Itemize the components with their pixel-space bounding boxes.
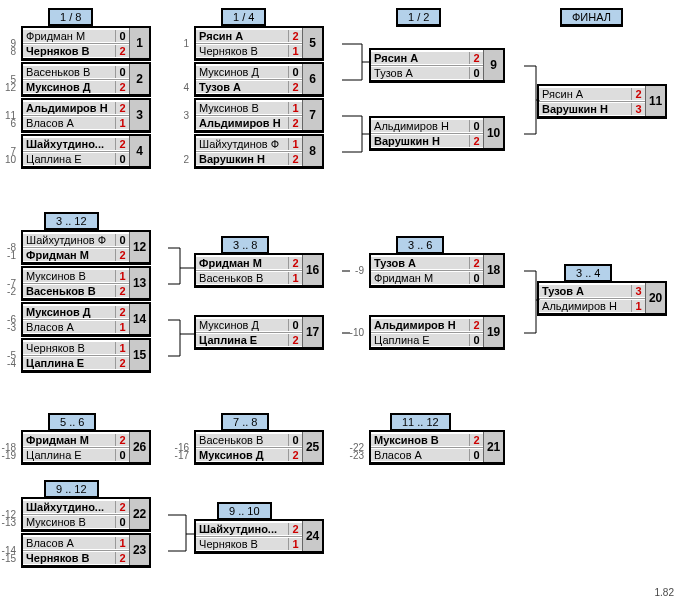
player-score: 0 xyxy=(115,66,129,78)
player-name: Власов А xyxy=(23,537,115,549)
match-number: 2 xyxy=(129,64,149,94)
player-name: Шайхутдинов Ф xyxy=(196,138,288,150)
seed: -10 xyxy=(348,327,366,338)
match-number: 21 xyxy=(483,432,503,462)
player-score: 1 xyxy=(115,537,129,549)
player-score: 0 xyxy=(469,449,483,461)
match-23: -14 Власов А1 Черняков В2 23 -15 xyxy=(0,533,151,581)
player-score: 2 xyxy=(631,88,645,100)
player-score: 0 xyxy=(469,272,483,284)
player-name: Тузов А xyxy=(196,81,288,93)
player-name: Васеньков В xyxy=(23,66,115,78)
player-name: Фридман М xyxy=(196,257,288,269)
player-name: Варушкин Н xyxy=(196,153,288,165)
match-15: -5 Черняков В1 Цаплина Е2 15 -4 xyxy=(0,338,151,386)
player-name: Васеньков В xyxy=(23,285,115,297)
player-score: 0 xyxy=(115,234,129,246)
player-score: 2 xyxy=(115,45,129,57)
player-name: Васеньков В xyxy=(196,434,288,446)
match-number: 19 xyxy=(483,317,503,347)
player-score: 2 xyxy=(115,81,129,93)
match-number: 9 xyxy=(483,50,503,80)
player-score: 2 xyxy=(115,357,129,369)
player-name: Шайхутдино... xyxy=(23,501,115,513)
player-name: Фридман М xyxy=(23,249,115,261)
player-score: 2 xyxy=(115,306,129,318)
player-score: 2 xyxy=(115,138,129,150)
player-score: 2 xyxy=(469,135,483,147)
player-score: 1 xyxy=(288,102,302,114)
match-number: 16 xyxy=(302,255,322,285)
match-number: 5 xyxy=(302,28,322,58)
player-score: 0 xyxy=(115,30,129,42)
match-26: -18 Фридман М2 Цаплина Е0 26 -19 xyxy=(0,430,151,478)
player-name: Муксинов Д xyxy=(196,449,288,461)
match-number: 20 xyxy=(645,283,665,313)
player-name: Муксинов В xyxy=(23,516,115,528)
match-17: Муксинов Д0 Цаплина Е2 17 xyxy=(173,315,324,362)
round-header: 1 / 8 xyxy=(48,8,93,27)
player-score: 2 xyxy=(288,81,302,93)
match-number: 25 xyxy=(302,432,322,462)
player-score: 2 xyxy=(288,153,302,165)
seed: -9 xyxy=(348,265,366,276)
match-number: 3 xyxy=(129,100,149,130)
player-score: 2 xyxy=(469,52,483,64)
player-name: Черняков В xyxy=(23,45,115,57)
seed: 1 xyxy=(173,38,191,49)
match-number: 13 xyxy=(129,268,149,298)
player-name: Альдимиров Н xyxy=(371,319,469,331)
player-score: 1 xyxy=(288,272,302,284)
round-header: 1 / 2 xyxy=(396,8,441,27)
player-score: 2 xyxy=(288,523,302,535)
player-score: 1 xyxy=(288,45,302,57)
player-name: Альдимиров Н xyxy=(23,102,115,114)
player-name: Тузов А xyxy=(371,67,469,79)
player-name: Рясин А xyxy=(371,52,469,64)
player-name: Власов А xyxy=(23,117,115,129)
player-score: 1 xyxy=(115,270,129,282)
match-number: 23 xyxy=(129,535,149,565)
match-number: 8 xyxy=(302,136,322,166)
player-score: 2 xyxy=(288,257,302,269)
seed: 3 xyxy=(173,110,191,121)
player-score: 0 xyxy=(115,153,129,165)
player-name: Черняков В xyxy=(23,552,115,564)
round-header: 1 / 4 xyxy=(221,8,266,27)
player-name: Муксинов Д xyxy=(196,319,288,331)
player-name: Муксинов Д xyxy=(196,66,288,78)
player-name: Рясин А xyxy=(539,88,631,100)
player-name: Цаплина Е xyxy=(23,153,115,165)
match-number: 4 xyxy=(129,136,149,166)
player-score: 0 xyxy=(469,334,483,346)
player-score: 2 xyxy=(115,501,129,513)
match-18: -9 Тузов А2 Фридман М0 18 xyxy=(348,253,505,300)
match-11: Рясин А2 Варушкин Н3 11 xyxy=(516,84,667,131)
player-name: Цаплина Е xyxy=(23,449,115,461)
player-name: Цаплина Е xyxy=(196,334,288,346)
match-10: Альдимиров Н0 Варушкин Н2 10 xyxy=(348,116,505,163)
player-score: 0 xyxy=(469,67,483,79)
player-score: 0 xyxy=(469,120,483,132)
player-name: Тузов А xyxy=(371,257,469,269)
player-score: 2 xyxy=(469,434,483,446)
player-name: Васеньков В xyxy=(196,272,288,284)
player-name: Муксинов В xyxy=(23,270,115,282)
player-name: Муксинов В xyxy=(371,434,469,446)
player-score: 1 xyxy=(288,138,302,150)
match-24: Шайхутдино...2 Черняков В1 24 xyxy=(173,519,324,566)
player-name: Альдимиров Н xyxy=(196,117,288,129)
match-number: 11 xyxy=(645,86,665,116)
player-name: Муксинов В xyxy=(196,102,288,114)
player-score: 1 xyxy=(115,342,129,354)
match-number: 1 xyxy=(129,28,149,58)
player-name: Цаплина Е xyxy=(23,357,115,369)
player-score: 2 xyxy=(115,285,129,297)
player-score: 2 xyxy=(288,117,302,129)
match-16: Фридман М2 Васеньков В1 16 xyxy=(173,253,324,300)
match-number: 18 xyxy=(483,255,503,285)
player-score: 2 xyxy=(288,30,302,42)
match-number: 15 xyxy=(129,340,149,370)
match-number: 22 xyxy=(129,499,149,529)
player-score: 0 xyxy=(115,516,129,528)
